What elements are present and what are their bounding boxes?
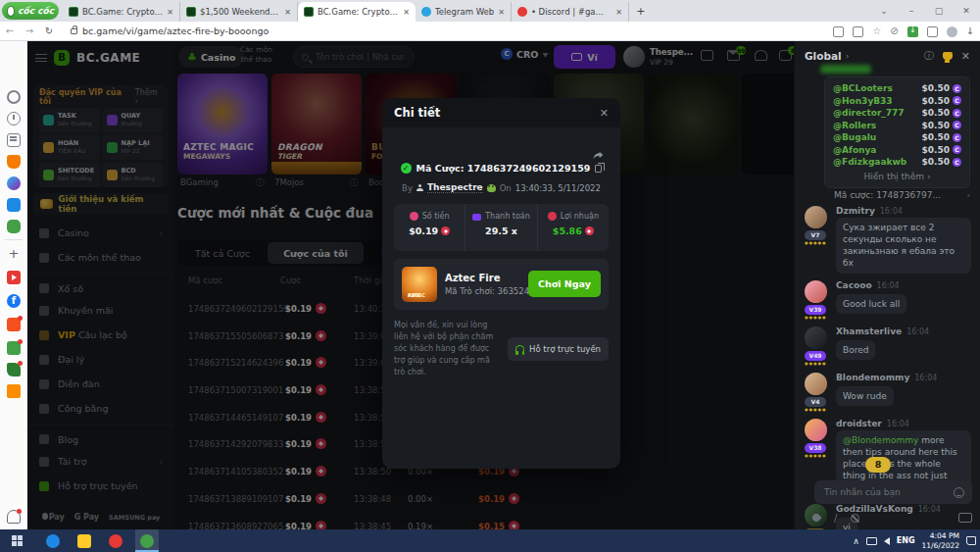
coccoc-menu-button[interactable]: cốc cốc (2, 2, 59, 20)
tab-close-icon[interactable]: ✕ (284, 8, 291, 17)
tab-close-icon[interactable]: ✕ (167, 8, 173, 17)
new-messages-pill[interactable]: 8 (865, 457, 891, 473)
add-shortcut-icon[interactable]: + (7, 247, 21, 261)
taskbar-app-red[interactable] (104, 529, 127, 552)
bettor-name[interactable]: Thespectre (427, 182, 483, 193)
downloader-extension-icon[interactable] (907, 26, 918, 37)
avatar[interactable] (805, 373, 827, 395)
shopee-icon[interactable] (7, 318, 21, 331)
zalo-icon[interactable] (7, 198, 21, 212)
browser-tab-5[interactable]: • Discord | #games | BC G ✕ (512, 2, 629, 22)
modal-close-icon[interactable]: ✕ (600, 107, 609, 120)
winner-row[interactable]: @Hon3yB33 $0.50 C (833, 95, 961, 108)
maximize-button[interactable]: ▢ (925, 6, 953, 16)
rules-icon[interactable] (851, 514, 859, 523)
slash-command-icon[interactable]: / (834, 513, 837, 524)
emoji-icon[interactable] (954, 487, 964, 498)
bcgame-favicon (186, 7, 196, 17)
winner-row[interactable]: @BCLooters $0.50 C (833, 82, 961, 95)
language-indicator[interactable]: ENG (897, 536, 915, 545)
info-icon[interactable]: ⓘ (924, 49, 934, 63)
downloads-icon[interactable]: ↓ (966, 26, 974, 36)
start-button[interactable] (0, 529, 33, 552)
bookmark-star-icon[interactable]: ☆ (872, 26, 881, 36)
extension-icon[interactable] (927, 26, 938, 37)
chat-username[interactable]: Dzmitry (836, 206, 875, 216)
back-icon[interactable]: ← (0, 25, 20, 36)
new-tab-button[interactable]: + (633, 4, 649, 20)
tip-rain-icon[interactable] (810, 512, 821, 523)
action-center-icon[interactable] (966, 536, 976, 545)
chat-username[interactable]: Cacooo (836, 280, 872, 290)
chat-input-box[interactable] (814, 480, 972, 504)
save-page-icon[interactable] (833, 26, 844, 37)
crown-rewards-icon[interactable] (7, 155, 21, 169)
clock[interactable]: 4:04 PM11/6/2022 (922, 531, 959, 551)
translate-icon[interactable] (853, 26, 863, 37)
chat-username[interactable]: Blondemommy (836, 373, 909, 382)
forward-icon[interactable]: → (20, 25, 39, 36)
speaker-icon[interactable] (884, 537, 890, 545)
game-thumbnail[interactable]: AZTECFIRE (402, 267, 437, 302)
gamepad-icon[interactable] (7, 220, 21, 233)
youtube-icon[interactable] (7, 271, 21, 284)
tab-close-icon[interactable]: ✕ (403, 8, 410, 17)
close-button[interactable]: ✕ (953, 6, 980, 16)
chevron-right-icon[interactable]: › (846, 51, 850, 61)
browser-tab-3-active[interactable]: BC.Game: Crypto Casino Gam ✕ (298, 2, 416, 22)
avatar[interactable] (805, 326, 827, 349)
winner-row[interactable]: @Rollers $0.50 C (833, 120, 961, 132)
vip-level-badge: V38 (805, 443, 826, 453)
cart-icon[interactable] (7, 384, 21, 398)
network-icon[interactable] (866, 537, 877, 545)
winner-row[interactable]: @Bugalu $0.50 C (833, 131, 961, 144)
gift-icon[interactable] (7, 341, 21, 355)
avatar[interactable] (805, 206, 827, 228)
lock-icon[interactable] (71, 28, 77, 34)
trophy-icon[interactable] (943, 52, 953, 60)
reading-list-icon[interactable] (7, 133, 21, 147)
browser-tab-2[interactable]: $1,500 Weekend Booongo M ✕ (180, 2, 298, 22)
facebook-icon[interactable]: f (7, 294, 21, 308)
chat-message: V7 ●●●●● Dzmitry 16:04 Сука зжирает все … (805, 206, 974, 274)
rewards-icon[interactable] (7, 363, 21, 376)
chat-room-label[interactable]: Global (805, 50, 842, 62)
show-more-link[interactable]: Hiển thị thêm › (833, 169, 961, 182)
vip-level-badge: V4 (805, 397, 826, 407)
adblock-icon[interactable]: ⊘ (890, 26, 898, 36)
url-text[interactable]: bc.game/vi/game/aztec-fire-by-booongo (82, 25, 269, 36)
profile-avatar-icon[interactable] (947, 26, 957, 37)
chat-username[interactable]: Xhamsterlive (836, 326, 902, 336)
winner-row[interactable]: @Fdizkgaakwb $0.50 C (833, 156, 961, 169)
chat-close-icon[interactable]: ✕ (961, 50, 970, 63)
history-icon[interactable] (7, 112, 21, 125)
copy-icon[interactable] (595, 165, 602, 173)
chat-input[interactable] (822, 486, 954, 498)
notifications-bell-icon[interactable] (7, 510, 21, 524)
profit-icon (548, 212, 557, 221)
avatar[interactable] (805, 419, 827, 441)
share-icon[interactable] (592, 147, 605, 160)
tab-close-icon[interactable]: ✕ (498, 8, 505, 17)
taskbar-app-coccoc-active[interactable] (135, 529, 159, 552)
avatar[interactable] (805, 280, 827, 303)
chat-username[interactable]: droidster (836, 419, 882, 428)
bcd-coin-icon: C (953, 158, 961, 167)
live-support-button[interactable]: Hỗ trợ trực tuyến (508, 337, 609, 361)
messenger-icon[interactable] (7, 176, 21, 190)
winner-row[interactable]: @Afonya $0.50 C (833, 144, 961, 157)
tray-chevron-icon[interactable]: ∧ (853, 536, 859, 546)
bet-code-link[interactable]: Mã cược: 1748736797...› (834, 190, 970, 200)
browser-tab-1[interactable]: BC.Game: Crypto Casino Gam ✕ (63, 2, 180, 22)
keyboard-icon[interactable] (958, 513, 972, 523)
play-now-button[interactable]: Chơi Ngay (528, 271, 601, 297)
taskbar-app-edge[interactable] (41, 529, 65, 552)
taskbar-app-explorer[interactable] (73, 529, 96, 552)
winner-row[interactable]: @director_777 $0.50 C (833, 107, 961, 120)
settings-gear-icon[interactable] (7, 90, 21, 104)
reload-icon[interactable]: ↻ (39, 25, 59, 36)
tab-close-icon[interactable]: ✕ (615, 8, 622, 17)
minimize-button[interactable]: – (898, 6, 925, 16)
tab-search-icon[interactable]: ⌄ (870, 6, 898, 16)
browser-tab-4[interactable]: Telegram Web ✕ (416, 2, 512, 22)
